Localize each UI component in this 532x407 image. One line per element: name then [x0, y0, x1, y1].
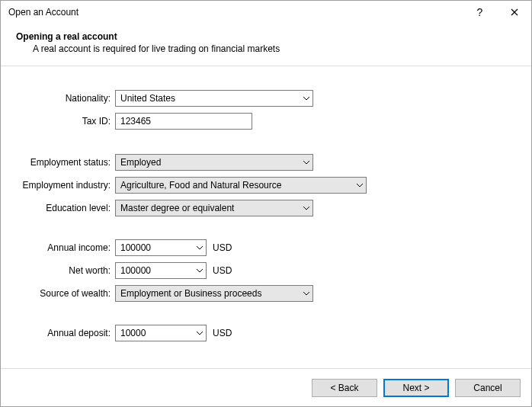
employment-status-value: Employed	[116, 155, 300, 170]
header-title: Opening a real account	[16, 31, 519, 42]
cancel-button[interactable]: Cancel	[455, 379, 521, 397]
annual-deposit-label: Annual deposit:	[16, 328, 115, 338]
source-of-wealth-value: Employment or Business proceeds	[116, 286, 300, 301]
tax-id-label: Tax ID:	[16, 116, 115, 127]
annual-deposit-value: 10000	[116, 325, 193, 341]
close-button[interactable]	[497, 1, 531, 24]
nationality-label: Nationality:	[16, 93, 115, 104]
chevron-down-icon	[300, 91, 312, 106]
help-button[interactable]: ?	[463, 1, 497, 24]
chevron-down-icon	[193, 263, 206, 278]
chevron-down-icon	[193, 325, 206, 341]
source-of-wealth-label: Source of wealth:	[16, 288, 115, 299]
dialog-open-an-account: Open an Account ? Opening a real account…	[0, 0, 532, 407]
chevron-down-icon	[353, 178, 366, 193]
annual-deposit-unit: USD	[213, 328, 232, 338]
net-worth-unit: USD	[213, 265, 232, 276]
annual-income-value: 100000	[116, 240, 193, 255]
help-icon: ?	[477, 6, 483, 18]
annual-income-label: Annual income:	[16, 242, 115, 253]
employment-status-label: Employment status:	[16, 157, 115, 168]
education-level-combo[interactable]: Master degree or equivalent	[115, 200, 313, 216]
annual-income-combo[interactable]: 100000	[115, 239, 207, 256]
titlebar: Open an Account ?	[1, 1, 531, 24]
back-button[interactable]: < Back	[312, 379, 377, 397]
form-area: Nationality: United States Tax ID: Emplo…	[1, 66, 531, 368]
employment-industry-combo[interactable]: Agriculture, Food and Natural Resource	[115, 177, 367, 194]
employment-industry-label: Employment industry:	[16, 180, 115, 191]
net-worth-label: Net worth:	[16, 265, 115, 276]
education-level-value: Master degree or equivalent	[116, 200, 300, 216]
dialog-header: Opening a real account A real account is…	[1, 24, 531, 66]
button-bar: < Back Next > Cancel	[1, 368, 531, 406]
chevron-down-icon	[193, 240, 206, 255]
annual-deposit-combo[interactable]: 10000	[115, 325, 207, 341]
nationality-value: United States	[116, 91, 300, 106]
employment-industry-value: Agriculture, Food and Natural Resource	[116, 178, 353, 193]
next-button[interactable]: Next >	[383, 379, 449, 397]
net-worth-combo[interactable]: 100000	[115, 262, 207, 279]
chevron-down-icon	[300, 200, 312, 216]
net-worth-value: 100000	[116, 263, 193, 278]
chevron-down-icon	[300, 286, 312, 301]
chevron-down-icon	[300, 155, 312, 170]
education-level-label: Education level:	[16, 203, 115, 213]
source-of-wealth-combo[interactable]: Employment or Business proceeds	[115, 285, 313, 302]
header-subtitle: A real account is required for live trad…	[16, 42, 519, 56]
tax-id-input[interactable]	[115, 113, 252, 130]
close-icon	[511, 7, 518, 18]
window-title: Open an Account	[8, 7, 463, 18]
annual-income-unit: USD	[213, 242, 232, 253]
nationality-combo[interactable]: United States	[115, 90, 313, 107]
employment-status-combo[interactable]: Employed	[115, 154, 313, 171]
